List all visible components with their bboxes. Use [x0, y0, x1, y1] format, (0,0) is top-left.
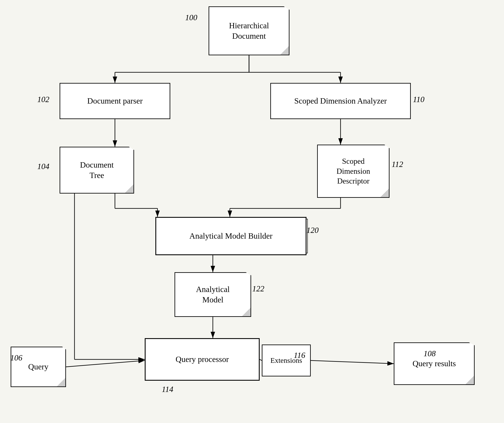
analytical-model-builder-box: Analytical Model Builder [155, 217, 306, 255]
query-results-label: Query results [413, 358, 456, 369]
analytical-model-box: AnalyticalModel [174, 272, 251, 317]
diagram: HierarchicalDocument Document parser Sco… [0, 0, 504, 423]
scoped-dimension-analyzer-box: Scoped Dimension Analyzer [270, 83, 411, 119]
query-processor-box: Query processor [145, 338, 260, 381]
analytical-model-builder-label: Analytical Model Builder [189, 231, 272, 241]
document-parser-label: Document parser [87, 96, 143, 106]
ref-114: 114 [162, 384, 173, 394]
document-parser-box: Document parser [60, 83, 170, 119]
hierarchical-document-label: HierarchicalDocument [229, 20, 269, 41]
scoped-dimension-analyzer-label: Scoped Dimension Analyzer [294, 96, 387, 106]
query-box: Query [11, 347, 66, 387]
ref-116: 116 [294, 351, 305, 360]
ref-120: 120 [306, 225, 319, 235]
svg-line-19 [66, 360, 145, 367]
ref-102: 102 [37, 95, 49, 104]
svg-line-21 [311, 360, 394, 364]
query-processor-label: Query processor [176, 354, 229, 364]
analytical-model-label: AnalyticalModel [196, 284, 230, 305]
ref-108: 108 [424, 349, 436, 358]
scoped-dimension-descriptor-box: ScopedDimensionDescriptor [317, 145, 390, 198]
svg-line-20 [260, 359, 262, 360]
ref-110: 110 [413, 95, 424, 104]
document-tree-label: DocumentTree [80, 160, 114, 181]
ref-112: 112 [392, 159, 403, 169]
extensions-box: Extensions [262, 345, 311, 376]
query-label: Query [28, 362, 48, 372]
ref-100: 100 [185, 13, 197, 22]
ref-104: 104 [37, 162, 49, 171]
document-tree-box: DocumentTree [60, 147, 134, 194]
scoped-dimension-descriptor-label: ScopedDimensionDescriptor [336, 156, 370, 186]
ref-122: 122 [252, 284, 264, 293]
hierarchical-document-box: HierarchicalDocument [209, 6, 289, 55]
ref-106: 106 [10, 353, 22, 362]
